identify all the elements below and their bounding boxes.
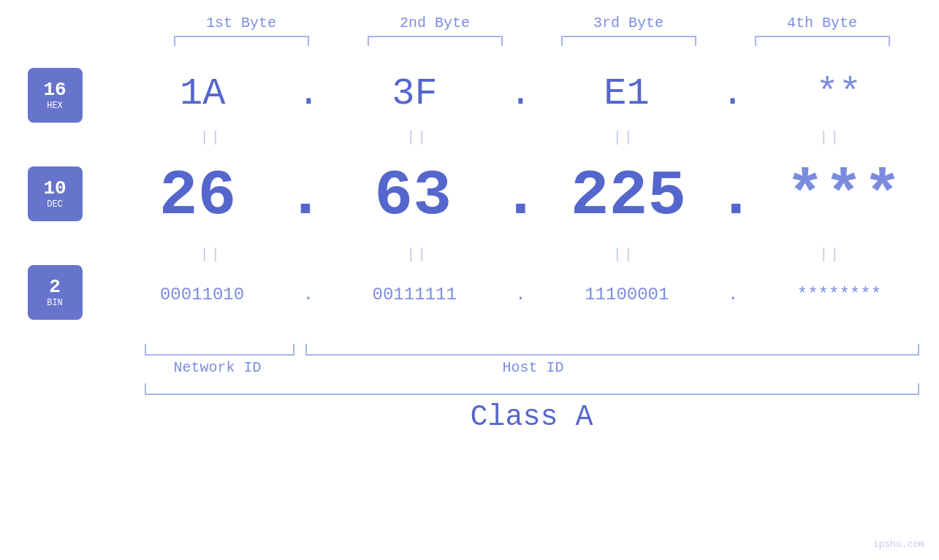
network-id-bracket [145,344,294,356]
top-bracket-1 [174,36,309,46]
hex-b2: 3F [392,72,437,115]
bin-b3: 11100001 [585,285,669,304]
host-id-label: Host ID [503,359,564,376]
dec-b4: *** [786,160,901,232]
main-container: 1st Byte 2nd Byte 3rd Byte 4th Byte 16 H… [0,0,939,560]
hex-dot3: . [721,72,744,115]
byte1-label: 1st Byte [168,15,314,31]
dec-dot3: . [717,160,756,232]
dec-badge-text: DEC [47,199,63,210]
host-id-bracket [305,344,919,356]
dec-badge-number: 10 [43,178,66,199]
bin-dot1: . [303,285,313,304]
hex-dot1: . [297,72,320,115]
full-bracket [145,383,919,395]
bin-b1: 00011010 [160,285,244,304]
bin-b2: 00111111 [373,285,457,304]
hex-b1: 1A [180,72,225,115]
hex-b3: E1 [604,72,649,115]
dec-b1: 26 [159,160,237,232]
hex-dot2: . [509,72,532,115]
watermark: ipshu.com [873,539,924,550]
eq1-b1: || [138,129,284,146]
equals-row-1: || || || || [108,126,934,148]
bin-badge-number: 2 [49,277,61,298]
hex-badge-number: 16 [43,80,66,101]
bin-row: 00011010 . 00111111 . 11100001 . *******… [108,265,934,323]
bin-dot3: . [728,285,738,304]
eq2-b1: || [138,246,284,263]
top-bracket-4 [755,36,890,46]
dec-dot2: . [501,160,540,232]
dec-badge: 10 DEC [28,166,83,221]
top-bracket-3 [561,36,696,46]
hex-badge-text: HEX [47,101,63,111]
network-id-label: Network ID [174,359,262,376]
byte2-label: 2nd Byte [362,15,508,31]
bin-dot2: . [515,285,525,304]
dec-dot1: . [286,160,324,232]
eq2-b2: || [344,246,490,263]
dec-row: 26 . 63 . 225 . *** [108,148,934,243]
byte3-label: 3rd Byte [555,15,702,31]
eq1-b3: || [551,129,697,146]
hex-b4: ** [816,72,861,115]
eq2-b4: || [757,246,903,263]
class-label: Class A [145,401,919,434]
eq1-b4: || [757,129,903,146]
dec-b3: 225 [571,160,686,232]
byte4-label: 4th Byte [749,15,895,31]
eq1-b2: || [344,129,490,146]
bin-badge-text: BIN [47,298,63,308]
equals-row-2: || || || || [108,243,934,265]
top-bracket-2 [368,36,503,46]
bin-b4: ******** [797,285,881,304]
dec-b2: 63 [374,160,452,232]
bin-badge: 2 BIN [28,265,83,320]
eq2-b3: || [551,246,697,263]
hex-badge: 16 HEX [28,68,83,123]
hex-row: 1A . 3F . E1 . ** [108,61,934,126]
